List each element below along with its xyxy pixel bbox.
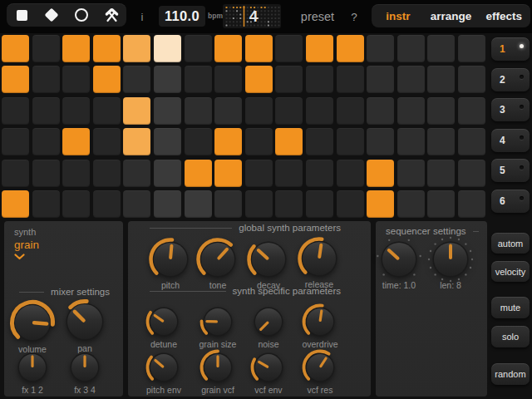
- step-cell-r5-c16[interactable]: [458, 160, 485, 187]
- step-cell-r4-c3[interactable]: [62, 128, 90, 155]
- knob-noise[interactable]: [247, 300, 290, 343]
- step-cell-r5-c10[interactable]: [275, 160, 303, 187]
- step-cell-r2-c8[interactable]: [214, 66, 242, 93]
- hammers-icon[interactable]: [101, 4, 122, 26]
- step-cell-r2-c3[interactable]: [62, 66, 90, 93]
- step-cell-r3-c2[interactable]: [32, 97, 60, 125]
- step-cell-r6-c4[interactable]: [93, 190, 121, 218]
- step-cell-r1-c5[interactable]: [123, 35, 150, 62]
- step-cell-r5-c9[interactable]: [245, 160, 273, 187]
- step-cell-r5-c3[interactable]: [62, 160, 90, 187]
- step-cell-r4-c7[interactable]: [185, 128, 212, 155]
- knob-fx12[interactable]: [11, 346, 54, 389]
- track-button-6[interactable]: 6: [491, 190, 530, 213]
- step-cell-r3-c1[interactable]: [2, 97, 29, 125]
- step-cell-r1-c2[interactable]: [32, 35, 60, 62]
- step-cell-r6-c1[interactable]: [2, 190, 29, 218]
- step-cell-r4-c15[interactable]: [427, 128, 455, 155]
- step-cell-r2-c10[interactable]: [275, 66, 303, 93]
- step-cell-r6-c8[interactable]: [214, 190, 242, 218]
- step-cell-r6-c14[interactable]: [397, 190, 425, 218]
- track-button-4[interactable]: 4: [491, 129, 530, 152]
- knob-len[interactable]: [426, 234, 475, 284]
- step-cell-r4-c16[interactable]: [458, 128, 485, 155]
- step-cell-r3-c7[interactable]: [185, 97, 212, 125]
- step-cell-r1-c15[interactable]: [427, 35, 455, 62]
- step-cell-r5-c8[interactable]: [214, 160, 242, 187]
- step-cell-r3-c3[interactable]: [62, 97, 90, 125]
- step-cell-r1-c9[interactable]: [245, 35, 273, 62]
- step-cell-r3-c6[interactable]: [154, 97, 181, 125]
- step-cell-r5-c15[interactable]: [427, 160, 455, 187]
- velocity-button[interactable]: velocity: [491, 261, 530, 282]
- step-cell-r6-c7[interactable]: [185, 190, 212, 218]
- step-cell-r5-c14[interactable]: [397, 160, 425, 187]
- step-cell-r2-c5[interactable]: [123, 66, 150, 93]
- step-cell-r6-c11[interactable]: [306, 190, 333, 218]
- step-cell-r4-c2[interactable]: [32, 128, 60, 155]
- step-cell-r2-c4[interactable]: [93, 66, 121, 93]
- track-button-3[interactable]: 3: [491, 98, 530, 121]
- step-cell-r1-c12[interactable]: [337, 35, 364, 62]
- knob-fx34[interactable]: [63, 346, 106, 389]
- record-icon[interactable]: [71, 4, 92, 26]
- step-cell-r4-c6[interactable]: [154, 128, 181, 155]
- step-cell-r1-c1[interactable]: [2, 35, 29, 62]
- random-button[interactable]: random: [491, 363, 530, 385]
- step-cell-r4-c8[interactable]: [214, 128, 242, 155]
- chevron-down-icon[interactable]: [14, 254, 25, 260]
- step-cell-r5-c13[interactable]: [367, 160, 394, 187]
- step-cell-r6-c13[interactable]: [367, 190, 394, 218]
- bpm-display[interactable]: 110.0: [159, 6, 205, 27]
- knob-pitch[interactable]: [145, 234, 195, 284]
- track-button-1[interactable]: 1: [491, 37, 530, 61]
- track-button-2[interactable]: 2: [491, 68, 530, 91]
- step-cell-r3-c13[interactable]: [367, 97, 394, 125]
- step-cell-r1-c6[interactable]: [154, 35, 181, 62]
- tab-effects[interactable]: effects: [477, 10, 530, 22]
- step-cell-r4-c4[interactable]: [93, 128, 121, 155]
- step-cell-r3-c5[interactable]: [123, 97, 150, 125]
- tab-instr[interactable]: instr: [372, 10, 425, 22]
- step-cell-r6-c3[interactable]: [62, 190, 90, 218]
- tab-arrange[interactable]: arrange: [425, 10, 478, 22]
- step-cell-r2-c14[interactable]: [397, 66, 425, 93]
- step-cell-r1-c4[interactable]: [93, 35, 121, 62]
- knob-grain-vcf[interactable]: [196, 346, 239, 389]
- step-cell-r4-c10[interactable]: [275, 128, 303, 155]
- step-cell-r1-c11[interactable]: [306, 35, 333, 62]
- step-cell-r3-c14[interactable]: [397, 97, 425, 125]
- knob-decay[interactable]: [244, 234, 293, 284]
- step-cell-r6-c2[interactable]: [32, 190, 60, 218]
- step-cell-r1-c16[interactable]: [458, 35, 485, 62]
- autom-button[interactable]: autom: [491, 233, 530, 254]
- track-button-5[interactable]: 5: [491, 159, 530, 182]
- knob-vcf-env[interactable]: [247, 346, 290, 389]
- step-cell-r3-c15[interactable]: [427, 97, 455, 125]
- step-cell-r2-c7[interactable]: [185, 66, 212, 93]
- step-cell-r2-c13[interactable]: [367, 66, 394, 93]
- step-cell-r4-c11[interactable]: [306, 128, 333, 155]
- step-cell-r6-c5[interactable]: [123, 190, 150, 218]
- knob-pitch-env[interactable]: [142, 346, 185, 389]
- knob-release[interactable]: [294, 234, 344, 283]
- step-cell-r1-c14[interactable]: [397, 35, 425, 62]
- knob-tone[interactable]: [193, 234, 243, 284]
- knob-overdrive[interactable]: [298, 300, 342, 343]
- step-cell-r2-c12[interactable]: [337, 66, 364, 93]
- step-cell-r3-c10[interactable]: [275, 97, 303, 125]
- step-cell-r6-c6[interactable]: [154, 190, 181, 218]
- step-cell-r2-c1[interactable]: [2, 66, 29, 93]
- step-cell-r2-c15[interactable]: [427, 66, 455, 93]
- step-cell-r4-c1[interactable]: [2, 128, 29, 155]
- step-cell-r1-c13[interactable]: [367, 35, 394, 62]
- help-button[interactable]: ?: [346, 0, 362, 33]
- step-cell-r5-c12[interactable]: [337, 160, 364, 187]
- step-cell-r4-c5[interactable]: [123, 128, 150, 155]
- step-cell-r5-c6[interactable]: [154, 160, 181, 187]
- step-cell-r2-c2[interactable]: [32, 66, 60, 93]
- knob-pan[interactable]: [59, 296, 111, 347]
- solo-button[interactable]: solo: [491, 326, 530, 347]
- step-cell-r6-c16[interactable]: [458, 190, 485, 218]
- step-cell-r6-c9[interactable]: [245, 190, 273, 218]
